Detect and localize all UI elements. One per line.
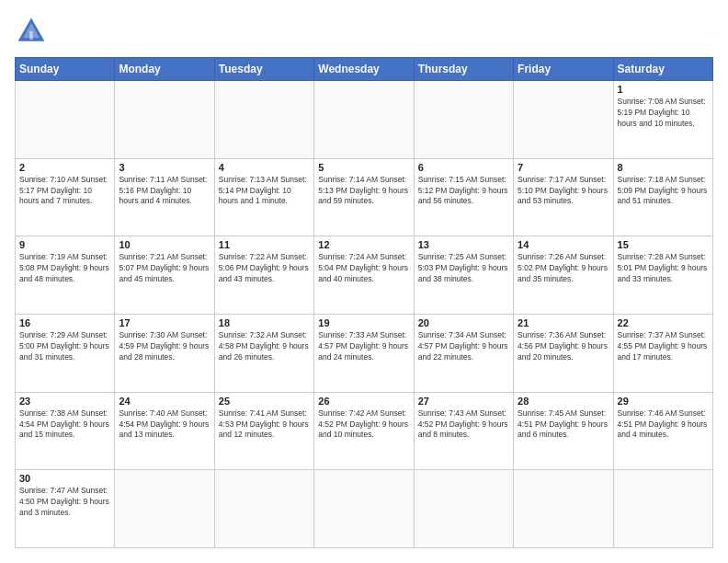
day-number: 30	[19, 473, 110, 484]
general-blue-logo-icon	[15, 15, 48, 48]
calendar-cell: 9Sunrise: 7:19 AM Sunset: 5:08 PM Daylig…	[16, 236, 115, 315]
calendar-cell: 28Sunrise: 7:45 AM Sunset: 4:51 PM Dayli…	[514, 392, 613, 470]
weekday-header-row: SundayMondayTuesdayWednesdayThursdayFrid…	[16, 58, 713, 81]
day-number: 14	[518, 239, 609, 250]
day-number: 17	[119, 317, 210, 328]
week-row-2: 9Sunrise: 7:19 AM Sunset: 5:08 PM Daylig…	[16, 236, 713, 315]
calendar-cell: 26Sunrise: 7:42 AM Sunset: 4:52 PM Dayli…	[314, 392, 414, 470]
calendar-cell	[16, 81, 115, 159]
day-number: 12	[318, 239, 409, 250]
calendar-cell	[514, 81, 613, 159]
day-number: 3	[119, 162, 210, 173]
day-info: Sunrise: 7:43 AM Sunset: 4:52 PM Dayligh…	[418, 408, 509, 442]
header	[15, 15, 713, 48]
day-info: Sunrise: 7:45 AM Sunset: 4:51 PM Dayligh…	[518, 408, 609, 442]
calendar-cell	[314, 470, 414, 548]
day-number: 26	[318, 396, 409, 407]
day-info: Sunrise: 7:22 AM Sunset: 5:06 PM Dayligh…	[219, 252, 310, 285]
calendar-cell	[214, 81, 313, 159]
day-info: Sunrise: 7:34 AM Sunset: 4:57 PM Dayligh…	[418, 330, 509, 363]
calendar-cell: 5Sunrise: 7:14 AM Sunset: 5:13 PM Daylig…	[314, 158, 414, 236]
day-number: 28	[518, 396, 609, 407]
day-info: Sunrise: 7:38 AM Sunset: 4:54 PM Dayligh…	[19, 408, 110, 442]
day-number: 20	[418, 317, 509, 328]
day-number: 4	[219, 162, 310, 173]
calendar-cell: 14Sunrise: 7:26 AM Sunset: 5:02 PM Dayli…	[514, 236, 613, 315]
day-info: Sunrise: 7:33 AM Sunset: 4:57 PM Dayligh…	[318, 330, 409, 363]
day-info: Sunrise: 7:32 AM Sunset: 4:58 PM Dayligh…	[219, 330, 310, 363]
weekday-header-monday: Monday	[115, 58, 214, 81]
calendar-cell: 1Sunrise: 7:08 AM Sunset: 5:19 PM Daylig…	[613, 81, 712, 159]
day-info: Sunrise: 7:24 AM Sunset: 5:04 PM Dayligh…	[318, 252, 409, 285]
day-number: 25	[219, 396, 310, 407]
day-info: Sunrise: 7:10 AM Sunset: 5:17 PM Dayligh…	[19, 175, 110, 208]
day-number: 6	[418, 162, 509, 173]
day-info: Sunrise: 7:28 AM Sunset: 5:01 PM Dayligh…	[618, 252, 709, 285]
calendar-cell	[115, 81, 214, 159]
day-info: Sunrise: 7:42 AM Sunset: 4:52 PM Dayligh…	[318, 408, 409, 442]
calendar-cell: 4Sunrise: 7:13 AM Sunset: 5:14 PM Daylig…	[214, 158, 313, 236]
calendar-cell: 24Sunrise: 7:40 AM Sunset: 4:54 PM Dayli…	[115, 392, 214, 470]
day-number: 7	[518, 162, 609, 173]
day-number: 19	[318, 317, 409, 328]
day-info: Sunrise: 7:37 AM Sunset: 4:55 PM Dayligh…	[618, 330, 709, 363]
day-number: 18	[219, 317, 310, 328]
day-info: Sunrise: 7:41 AM Sunset: 4:53 PM Dayligh…	[219, 408, 310, 442]
week-row-0: 1Sunrise: 7:08 AM Sunset: 5:19 PM Daylig…	[16, 81, 713, 159]
day-info: Sunrise: 7:29 AM Sunset: 5:00 PM Dayligh…	[19, 330, 110, 363]
calendar-cell: 8Sunrise: 7:18 AM Sunset: 5:09 PM Daylig…	[613, 158, 712, 236]
calendar-cell: 12Sunrise: 7:24 AM Sunset: 5:04 PM Dayli…	[314, 236, 414, 315]
calendar-cell: 21Sunrise: 7:36 AM Sunset: 4:56 PM Dayli…	[514, 314, 613, 392]
calendar-cell: 2Sunrise: 7:10 AM Sunset: 5:17 PM Daylig…	[16, 158, 115, 236]
week-row-5: 30Sunrise: 7:47 AM Sunset: 4:50 PM Dayli…	[16, 470, 713, 548]
calendar-cell	[414, 81, 513, 159]
day-info: Sunrise: 7:26 AM Sunset: 5:02 PM Dayligh…	[518, 252, 609, 285]
calendar-table: SundayMondayTuesdayWednesdayThursdayFrid…	[15, 57, 713, 548]
day-number: 21	[518, 317, 609, 328]
calendar-cell	[115, 470, 214, 548]
weekday-header-saturday: Saturday	[613, 58, 712, 81]
day-number: 8	[618, 162, 709, 173]
week-row-1: 2Sunrise: 7:10 AM Sunset: 5:17 PM Daylig…	[16, 158, 713, 236]
calendar-cell	[514, 470, 613, 548]
day-number: 13	[418, 239, 509, 250]
calendar-cell: 30Sunrise: 7:47 AM Sunset: 4:50 PM Dayli…	[16, 470, 115, 548]
weekday-header-tuesday: Tuesday	[214, 58, 313, 81]
day-number: 10	[119, 239, 210, 250]
day-info: Sunrise: 7:14 AM Sunset: 5:13 PM Dayligh…	[318, 175, 409, 208]
calendar-cell: 17Sunrise: 7:30 AM Sunset: 4:59 PM Dayli…	[115, 314, 214, 392]
logo	[15, 15, 51, 48]
weekday-header-friday: Friday	[514, 58, 613, 81]
calendar-cell: 29Sunrise: 7:46 AM Sunset: 4:51 PM Dayli…	[613, 392, 712, 470]
day-number: 11	[219, 239, 310, 250]
day-info: Sunrise: 7:47 AM Sunset: 4:50 PM Dayligh…	[19, 486, 110, 519]
calendar-cell: 15Sunrise: 7:28 AM Sunset: 5:01 PM Dayli…	[613, 236, 712, 315]
day-info: Sunrise: 7:30 AM Sunset: 4:59 PM Dayligh…	[119, 330, 210, 363]
week-row-3: 16Sunrise: 7:29 AM Sunset: 5:00 PM Dayli…	[16, 314, 713, 392]
day-info: Sunrise: 7:19 AM Sunset: 5:08 PM Dayligh…	[19, 252, 110, 285]
calendar-cell: 23Sunrise: 7:38 AM Sunset: 4:54 PM Dayli…	[16, 392, 115, 470]
day-number: 9	[19, 239, 110, 250]
day-info: Sunrise: 7:08 AM Sunset: 5:19 PM Dayligh…	[618, 97, 709, 130]
day-info: Sunrise: 7:36 AM Sunset: 4:56 PM Dayligh…	[518, 330, 609, 363]
calendar-cell: 16Sunrise: 7:29 AM Sunset: 5:00 PM Dayli…	[16, 314, 115, 392]
calendar-cell: 20Sunrise: 7:34 AM Sunset: 4:57 PM Dayli…	[414, 314, 513, 392]
day-info: Sunrise: 7:46 AM Sunset: 4:51 PM Dayligh…	[618, 408, 709, 442]
calendar-cell: 27Sunrise: 7:43 AM Sunset: 4:52 PM Dayli…	[414, 392, 513, 470]
day-number: 23	[19, 396, 110, 407]
weekday-header-wednesday: Wednesday	[314, 58, 414, 81]
day-info: Sunrise: 7:17 AM Sunset: 5:10 PM Dayligh…	[518, 175, 609, 208]
calendar-cell: 6Sunrise: 7:15 AM Sunset: 5:12 PM Daylig…	[414, 158, 513, 236]
calendar-cell: 13Sunrise: 7:25 AM Sunset: 5:03 PM Dayli…	[414, 236, 513, 315]
day-info: Sunrise: 7:11 AM Sunset: 5:16 PM Dayligh…	[119, 175, 210, 208]
week-row-4: 23Sunrise: 7:38 AM Sunset: 4:54 PM Dayli…	[16, 392, 713, 470]
day-info: Sunrise: 7:21 AM Sunset: 5:07 PM Dayligh…	[119, 252, 210, 285]
day-number: 27	[418, 396, 509, 407]
day-number: 15	[618, 239, 709, 250]
day-number: 2	[19, 162, 110, 173]
day-info: Sunrise: 7:18 AM Sunset: 5:09 PM Dayligh…	[618, 175, 709, 208]
calendar-cell: 10Sunrise: 7:21 AM Sunset: 5:07 PM Dayli…	[115, 236, 214, 315]
calendar-cell: 3Sunrise: 7:11 AM Sunset: 5:16 PM Daylig…	[115, 158, 214, 236]
weekday-header-thursday: Thursday	[414, 58, 513, 81]
page: SundayMondayTuesdayWednesdayThursdayFrid…	[0, 0, 728, 563]
